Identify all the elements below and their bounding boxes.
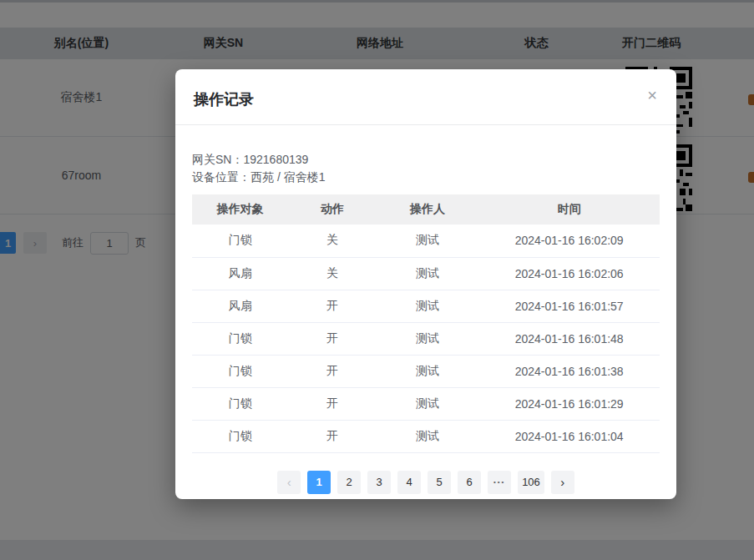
dialog-header: 操作记录 × [175, 69, 676, 125]
cell-target: 门锁 [192, 420, 288, 452]
table-row: 门锁 开 测试 2024-01-16 16:01:48 [192, 322, 660, 355]
cell-time: 2024-01-16 16:02:06 [478, 257, 660, 290]
cell-action: 开 [288, 420, 376, 452]
cell-target: 门锁 [192, 355, 288, 387]
prev-page-button[interactable]: ‹ [277, 471, 301, 494]
page-button-5[interactable]: 5 [428, 471, 451, 494]
cell-time: 2024-01-16 16:01:29 [478, 387, 660, 420]
table-row: 风扇 关 测试 2024-01-16 16:02:06 [192, 257, 660, 290]
cell-action: 关 [288, 225, 376, 257]
next-page-button[interactable]: › [551, 471, 574, 494]
gateway-sn-line: 网关SN：1921680139 [192, 151, 660, 168]
dialog-body: 网关SN：1921680139 设备位置：西苑 / 宿舍楼1 操作对象 动作 操… [175, 125, 676, 494]
cell-target: 门锁 [192, 322, 288, 355]
cell-action: 开 [288, 387, 376, 420]
cell-target: 风扇 [192, 290, 288, 322]
dialog-title: 操作记录 [194, 91, 254, 108]
close-icon[interactable]: × [643, 86, 661, 104]
page-button-4[interactable]: 4 [397, 471, 421, 494]
cell-operator: 测试 [377, 355, 479, 387]
cell-action: 开 [288, 290, 376, 322]
cell-operator: 测试 [377, 387, 479, 420]
cell-operator: 测试 [377, 225, 479, 257]
cell-action: 关 [288, 257, 376, 290]
cell-time: 2024-01-16 16:01:38 [478, 355, 660, 387]
col-header-target: 操作对象 [192, 194, 288, 225]
table-row: 门锁 开 测试 2024-01-16 16:01:04 [192, 420, 660, 452]
gateway-sn-value: 1921680139 [243, 153, 308, 166]
page-button-1[interactable]: 1 [307, 471, 331, 494]
col-header-operator: 操作人 [377, 194, 479, 225]
table-row: 风扇 开 测试 2024-01-16 16:01:57 [192, 290, 660, 322]
page-button-2[interactable]: 2 [337, 471, 361, 494]
cell-operator: 测试 [377, 257, 479, 290]
page-button-106[interactable]: 106 [518, 471, 544, 494]
table-header-row: 操作对象 动作 操作人 时间 [192, 194, 660, 225]
record-pagination: ‹ 1 2 3 4 5 6 ••• 106 › [192, 471, 660, 494]
table-row: 门锁 开 测试 2024-01-16 16:01:29 [192, 387, 660, 420]
operation-record-table: 操作对象 动作 操作人 时间 门锁 关 测试 2024-01-16 16:02:… [192, 194, 660, 453]
gateway-sn-label: 网关SN： [192, 153, 243, 166]
cell-time: 2024-01-16 16:02:09 [478, 225, 660, 257]
operation-record-dialog: 操作记录 × 网关SN：1921680139 设备位置：西苑 / 宿舍楼1 操作… [175, 69, 676, 499]
more-pages-ellipsis[interactable]: ••• [488, 471, 511, 494]
cell-time: 2024-01-16 16:01:04 [478, 420, 660, 452]
device-location-value: 西苑 / 宿舍楼1 [250, 170, 325, 184]
page-button-6[interactable]: 6 [458, 471, 481, 494]
cell-action: 开 [288, 322, 376, 355]
table-row: 门锁 开 测试 2024-01-16 16:01:38 [192, 355, 660, 387]
cell-target: 门锁 [192, 387, 288, 420]
cell-operator: 测试 [377, 290, 479, 322]
cell-time: 2024-01-16 16:01:57 [478, 290, 660, 322]
cell-target: 门锁 [192, 225, 288, 257]
page-button-3[interactable]: 3 [367, 471, 391, 494]
cell-action: 开 [288, 355, 376, 387]
device-location-label: 设备位置： [192, 170, 250, 184]
cell-operator: 测试 [377, 322, 479, 355]
table-row: 门锁 关 测试 2024-01-16 16:02:09 [192, 225, 660, 257]
col-header-action: 动作 [288, 194, 376, 225]
col-header-time: 时间 [478, 194, 660, 225]
cell-operator: 测试 [377, 420, 479, 452]
cell-target: 风扇 [192, 257, 288, 290]
cell-time: 2024-01-16 16:01:48 [478, 322, 660, 355]
device-location-line: 设备位置：西苑 / 宿舍楼1 [192, 169, 660, 185]
